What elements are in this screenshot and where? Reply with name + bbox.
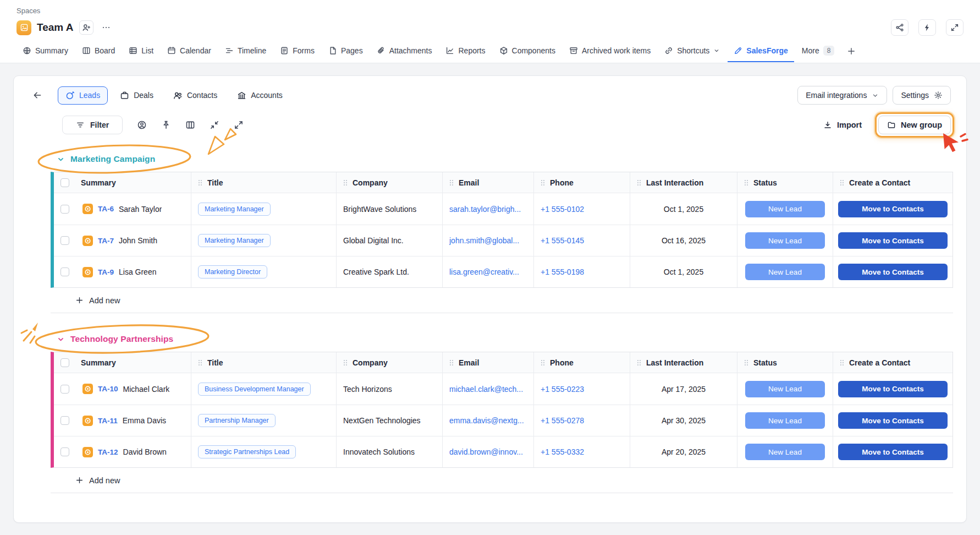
company-value[interactable]: Tech Horizons: [343, 385, 392, 394]
row-checkbox[interactable]: [60, 385, 69, 394]
company-value[interactable]: Creative Spark Ltd.: [343, 268, 409, 276]
tab-archived-work-items[interactable]: Archived work items: [563, 41, 657, 62]
add-new-row[interactable]: Add new: [51, 468, 953, 493]
row-name[interactable]: Emma Davis: [123, 416, 166, 425]
row-checkbox[interactable]: [60, 268, 69, 276]
row-name[interactable]: John Smith: [119, 236, 157, 245]
column-header-status[interactable]: Status: [737, 172, 833, 193]
title-badge[interactable]: Business Development Manager: [198, 383, 311, 396]
add-view-button[interactable]: [842, 41, 861, 62]
move-to-contacts-button[interactable]: Move to Contacts: [838, 232, 948, 249]
tab-salesforge[interactable]: SalesForge: [728, 41, 794, 62]
status-button[interactable]: New Lead: [745, 444, 825, 460]
automations-button[interactable]: [918, 19, 936, 36]
tab-board[interactable]: Board: [76, 41, 121, 62]
column-header-phone[interactable]: Phone: [534, 172, 630, 193]
status-button[interactable]: New Lead: [745, 201, 825, 217]
tab-reports[interactable]: Reports: [439, 41, 491, 62]
row-id[interactable]: TA-9: [98, 268, 114, 276]
filter-button[interactable]: Filter: [62, 116, 123, 134]
phone-link[interactable]: +1 555-0223: [541, 385, 584, 394]
row-id[interactable]: TA-10: [98, 385, 118, 393]
title-badge[interactable]: Marketing Manager: [198, 203, 271, 216]
back-button[interactable]: [32, 90, 42, 100]
tab-components[interactable]: Components: [493, 41, 561, 62]
summary-cell[interactable]: TA-10 Michael Clark: [76, 373, 191, 405]
fullscreen-button[interactable]: [946, 19, 964, 36]
summary-cell[interactable]: TA-9 Lisa Green: [76, 256, 191, 287]
row-checkbox[interactable]: [60, 236, 69, 245]
pin-button[interactable]: [161, 120, 171, 130]
column-header-email[interactable]: Email: [443, 352, 534, 373]
row-name[interactable]: Michael Clark: [123, 385, 170, 394]
row-id[interactable]: TA-7: [98, 237, 114, 245]
title-badge[interactable]: Marketing Director: [198, 265, 267, 279]
tab-list[interactable]: List: [123, 41, 159, 62]
row-id[interactable]: TA-12: [98, 448, 118, 456]
move-to-contacts-button[interactable]: Move to Contacts: [838, 412, 948, 429]
share-button[interactable]: [891, 19, 909, 36]
tab-contacts[interactable]: Contacts: [166, 86, 225, 105]
tab-calendar[interactable]: Calendar: [161, 41, 217, 62]
column-header-create-a-contact[interactable]: Create a Contact: [833, 352, 953, 373]
tab-leads[interactable]: Leads: [58, 86, 108, 105]
status-button[interactable]: New Lead: [745, 412, 825, 429]
summary-cell[interactable]: TA-11 Emma Davis: [76, 405, 191, 436]
team-more-button[interactable]: [99, 20, 113, 35]
tab-forms[interactable]: Forms: [274, 41, 321, 62]
status-button[interactable]: New Lead: [745, 232, 825, 249]
company-value[interactable]: Innovatech Solutions: [343, 447, 415, 456]
column-header-phone[interactable]: Phone: [534, 352, 630, 373]
import-button[interactable]: Import: [823, 121, 862, 129]
phone-link[interactable]: +1 555-0198: [541, 268, 584, 276]
row-name[interactable]: David Brown: [123, 447, 167, 456]
summary-cell[interactable]: TA-12 David Brown: [76, 436, 191, 467]
move-to-contacts-button[interactable]: Move to Contacts: [838, 201, 948, 217]
summary-cell[interactable]: TA-7 John Smith: [76, 225, 191, 256]
row-checkbox[interactable]: [60, 416, 69, 425]
row-name[interactable]: Sarah Taylor: [119, 205, 162, 214]
settings-button[interactable]: Settings: [893, 86, 951, 105]
tab-timeline[interactable]: Timeline: [219, 41, 272, 62]
column-header-email[interactable]: Email: [443, 172, 534, 193]
row-checkbox[interactable]: [60, 205, 69, 214]
company-value[interactable]: BrightWave Solutions: [343, 205, 416, 214]
collapse-all-button[interactable]: [210, 120, 219, 130]
row-name[interactable]: Lisa Green: [119, 268, 156, 276]
tab-deals[interactable]: Deals: [112, 86, 161, 105]
phone-link[interactable]: +1 555-0145: [541, 236, 584, 245]
summary-cell[interactable]: TA-6 Sarah Taylor: [76, 193, 191, 225]
company-value[interactable]: NextGen Technologies: [343, 416, 421, 425]
new-group-button[interactable]: New group: [878, 116, 951, 134]
row-id[interactable]: TA-6: [98, 205, 114, 213]
column-header-title[interactable]: Title: [191, 172, 337, 193]
me-mode-button[interactable]: [137, 120, 147, 130]
columns-button[interactable]: [185, 120, 195, 130]
column-header-create-a-contact[interactable]: Create a Contact: [833, 172, 953, 193]
column-header-company[interactable]: Company: [337, 172, 443, 193]
move-to-contacts-button[interactable]: Move to Contacts: [838, 264, 948, 280]
phone-link[interactable]: +1 555-0102: [541, 205, 584, 214]
status-button[interactable]: New Lead: [745, 264, 825, 280]
email-link[interactable]: michael.clark@tech...: [449, 385, 523, 394]
email-link[interactable]: emma.davis@nextg...: [449, 416, 524, 425]
team-members-button[interactable]: [79, 20, 93, 35]
expand-all-button[interactable]: [234, 120, 244, 130]
email-link[interactable]: david.brown@innov...: [449, 447, 523, 456]
tab-shortcuts[interactable]: Shortcuts: [658, 41, 726, 62]
select-all-checkbox[interactable]: [60, 358, 69, 367]
column-header-status[interactable]: Status: [737, 352, 833, 373]
column-header-last-interaction[interactable]: Last Interaction: [630, 352, 737, 373]
row-id[interactable]: TA-11: [98, 417, 118, 425]
title-badge[interactable]: Strategic Partnerships Lead: [198, 445, 296, 458]
phone-link[interactable]: +1 555-0332: [541, 447, 584, 456]
tab-attachments[interactable]: Attachments: [371, 41, 438, 62]
tab-summary[interactable]: Summary: [16, 41, 74, 62]
select-all-checkbox[interactable]: [60, 178, 69, 187]
breadcrumb[interactable]: Spaces: [16, 7, 40, 15]
move-to-contacts-button[interactable]: Move to Contacts: [838, 381, 948, 397]
add-new-row[interactable]: Add new: [51, 288, 953, 313]
title-badge[interactable]: Partnership Manager: [198, 414, 276, 427]
title-badge[interactable]: Marketing Manager: [198, 234, 271, 247]
move-to-contacts-button[interactable]: Move to Contacts: [838, 444, 948, 460]
